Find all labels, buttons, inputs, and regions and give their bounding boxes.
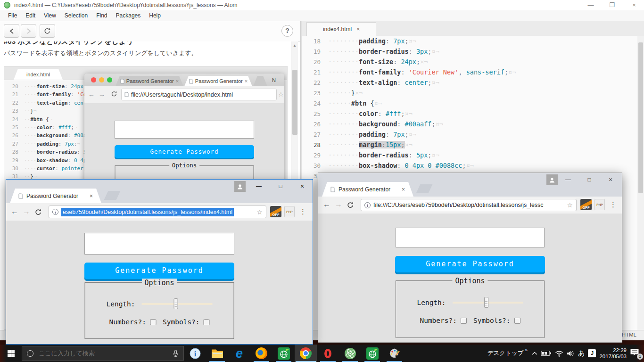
options-legend: Options <box>169 162 200 169</box>
menu-find[interactable]: Find <box>92 11 111 20</box>
profile-avatar-button[interactable] <box>234 181 246 192</box>
symbols-checkbox[interactable] <box>514 318 520 324</box>
bookmark-star-icon[interactable]: ☆ <box>567 201 573 209</box>
slider-thumb[interactable] <box>484 297 488 308</box>
menu-view[interactable]: View <box>40 11 60 20</box>
window-maximize-button[interactable]: □ <box>582 174 596 185</box>
menu-file[interactable]: File <box>4 11 21 20</box>
wifi-icon[interactable] <box>555 350 563 357</box>
battery-icon[interactable] <box>541 350 552 356</box>
window-close-button[interactable]: × <box>295 181 309 191</box>
taskbar-app-edge[interactable]: e <box>228 345 250 362</box>
opera-icon <box>324 349 331 358</box>
editor-scrollbar-thumb[interactable] <box>638 42 643 193</box>
tab-close-icon[interactable]: × <box>90 193 93 199</box>
preview-scrollbar-thumb[interactable] <box>292 70 297 135</box>
toolbar-overflow-chevron[interactable]: » <box>525 347 528 353</box>
menu-selection[interactable]: Selection <box>60 11 92 20</box>
taskbar-app-file-explorer[interactable] <box>206 345 228 362</box>
taskbar-app-atom[interactable] <box>339 345 361 362</box>
reload-icon[interactable] <box>34 208 42 218</box>
new-tab-button[interactable] <box>104 191 121 200</box>
address-bar[interactable]: i eseb759bodeh/Desktop/dotinstall.lesson… <box>49 206 266 218</box>
slider-thumb[interactable] <box>173 298 178 309</box>
page-info-icon[interactable]: i <box>364 202 371 208</box>
window-minimize-button[interactable]: — <box>252 181 266 191</box>
length-slider[interactable] <box>142 303 213 305</box>
extension-off-icon[interactable]: OFF <box>270 206 281 217</box>
password-output-field[interactable] <box>396 228 545 247</box>
window-maximize-button[interactable]: □ <box>273 181 288 191</box>
person-icon <box>549 177 555 183</box>
ime-mode-indicator[interactable]: あ <box>578 349 585 358</box>
password-output-field[interactable] <box>115 121 254 139</box>
back-icon[interactable]: ← <box>321 200 332 209</box>
page-info-icon[interactable]: i <box>52 209 58 215</box>
taskbar-app-firefox[interactable] <box>250 345 272 362</box>
atom-minimize-button[interactable]: — <box>583 1 599 9</box>
forward-icon[interactable]: → <box>333 200 344 209</box>
taskbar-clock[interactable]: 22:29 2017/05/03 <box>599 347 627 360</box>
browser-tab[interactable]: Password Generator × <box>322 182 413 197</box>
menu-help[interactable]: Help <box>145 11 165 20</box>
extension-php-icon[interactable]: PHP <box>284 206 295 217</box>
chrome-menu-icon[interactable]: ⋮ <box>610 200 617 209</box>
taskbar-app-green-browser-2[interactable] <box>361 345 383 362</box>
menu-packages[interactable]: Packages <box>112 11 145 20</box>
search-input[interactable] <box>38 349 168 357</box>
generate-password-button[interactable]: Generate Password <box>395 256 545 272</box>
length-slider[interactable] <box>453 302 523 304</box>
help-button[interactable]: ? <box>281 25 293 37</box>
show-hidden-icons-chevron[interactable] <box>532 352 537 355</box>
profile-avatar-button[interactable] <box>546 174 558 185</box>
code-line: 21········font-family: 'Courier New', sa… <box>302 67 637 77</box>
bookmark-star-icon[interactable]: ☆ <box>256 208 263 216</box>
line-number: 30 <box>302 161 328 171</box>
desktop-toolbar-label[interactable]: デスクトップ <box>487 349 524 357</box>
tab-close-icon[interactable]: × <box>356 26 360 33</box>
editor-tab-index4[interactable]: index4.html × <box>306 22 376 36</box>
editor-scrollbar[interactable] <box>637 36 644 330</box>
extension-off-icon[interactable]: OFF <box>580 199 592 210</box>
preview-forward-button[interactable] <box>21 24 36 38</box>
taskbar-search[interactable] <box>22 346 184 361</box>
preview-back-button[interactable] <box>4 24 19 38</box>
action-center-button[interactable]: 1 <box>630 348 641 359</box>
taskbar-app-opera[interactable] <box>317 345 339 362</box>
generate-password-button[interactable]: Generate Password <box>84 263 234 279</box>
symbols-checkbox[interactable] <box>204 319 210 325</box>
taskbar-app-green-browser[interactable] <box>272 345 295 362</box>
new-tab-button[interactable] <box>416 184 433 193</box>
mac-url-text: file:///Users/taguchi/Desktop/index.html <box>131 91 233 98</box>
grammar-indicator[interactable]: HTML <box>622 332 636 337</box>
forward-icon[interactable]: → <box>21 207 32 216</box>
start-button[interactable] <box>0 345 22 362</box>
tab-close-icon[interactable]: × <box>402 186 405 193</box>
speaker-icon[interactable] <box>567 350 575 357</box>
mac-tab-inactive: Password Generator × <box>116 76 183 86</box>
address-bar[interactable]: i file:///C:/Users/eseb759bodeh/Desktop/… <box>361 199 577 211</box>
line-number: 27 <box>4 140 24 148</box>
browser-tab[interactable]: Password Generator × <box>10 189 101 203</box>
atom-restore-button[interactable]: ❐ <box>604 1 620 9</box>
preview-refresh-button[interactable] <box>40 24 55 38</box>
chrome-menu-icon[interactable]: ⋮ <box>299 207 306 216</box>
taskbar-app-chrome[interactable] <box>295 345 317 362</box>
generate-password-button[interactable]: Generate Password <box>115 145 254 158</box>
back-icon[interactable]: ← <box>9 207 20 216</box>
password-output-field[interactable] <box>84 233 234 255</box>
numbers-checkbox[interactable] <box>461 318 467 324</box>
extension-php-icon[interactable]: PHP <box>594 199 605 210</box>
window-minimize-button[interactable]: — <box>561 174 575 185</box>
numbers-checkbox[interactable] <box>150 319 156 325</box>
window-close-button[interactable]: × <box>603 174 618 185</box>
reload-icon[interactable] <box>347 201 354 211</box>
atom-close-button[interactable]: × <box>626 1 642 9</box>
taskbar-app-paint[interactable] <box>383 345 405 362</box>
taskbar-app-info-viewer[interactable]: i <box>184 345 206 362</box>
menu-edit[interactable]: Edit <box>21 11 40 20</box>
microphone-icon[interactable] <box>173 350 179 357</box>
code-line: 30········box-shadow: 0 4px 0 #0088cc;¤¬ <box>302 160 637 171</box>
ime-j-icon[interactable]: J <box>588 349 596 357</box>
scroll-up-icon[interactable]: ▲ <box>293 43 297 48</box>
